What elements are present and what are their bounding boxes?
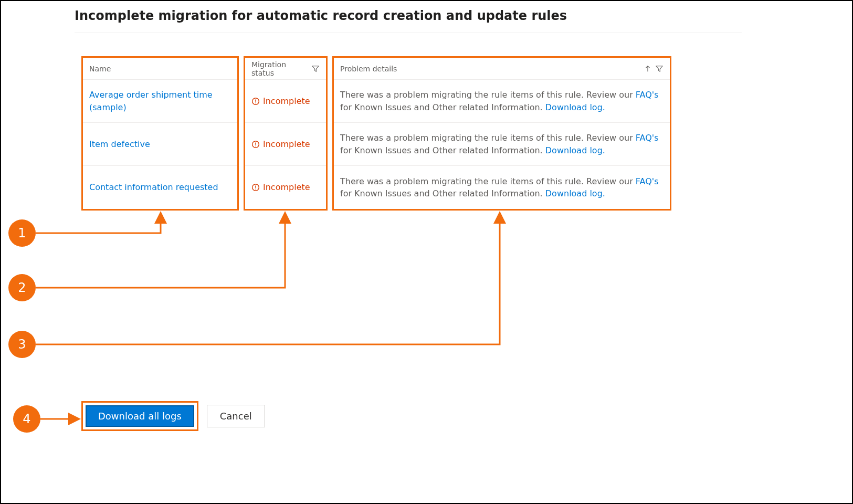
rule-name-link[interactable]: Contact information requested bbox=[89, 181, 218, 193]
download-log-link[interactable]: Download log. bbox=[545, 102, 605, 112]
faq-link[interactable]: FAQ's bbox=[636, 176, 659, 186]
column-status: Migration status Incomplete bbox=[244, 56, 328, 211]
svg-point-8 bbox=[255, 188, 256, 190]
rule-name-link[interactable]: Average order shipment time (sample) bbox=[89, 89, 231, 113]
download-all-logs-button[interactable]: Download all logs bbox=[86, 405, 194, 427]
table-row: Average order shipment time (sample) bbox=[83, 80, 237, 123]
status-text: Incomplete bbox=[263, 95, 310, 107]
problem-details-text: There was a problem migrating the rule i… bbox=[340, 89, 664, 113]
error-icon bbox=[251, 183, 260, 192]
column-header-name-label: Name bbox=[89, 65, 111, 73]
column-header-status[interactable]: Migration status bbox=[245, 58, 326, 80]
table-row: There was a problem migrating the rule i… bbox=[334, 166, 670, 209]
column-details: Problem details There was a problem migr… bbox=[332, 56, 671, 211]
callout-marker-4: 4 bbox=[13, 405, 40, 433]
column-header-details-label: Problem details bbox=[340, 65, 397, 73]
faq-link[interactable]: FAQ's bbox=[636, 133, 659, 143]
table-row: Contact information requested bbox=[83, 166, 237, 209]
table-row: Incomplete bbox=[245, 123, 326, 166]
status-text: Incomplete bbox=[263, 138, 310, 150]
detail-mid: for Known Issues and Other related Infor… bbox=[340, 145, 545, 155]
download-log-link[interactable]: Download log. bbox=[545, 145, 605, 155]
sort-icon[interactable] bbox=[644, 65, 652, 73]
svg-point-2 bbox=[255, 102, 256, 103]
status-text: Incomplete bbox=[263, 181, 310, 193]
filter-icon[interactable] bbox=[312, 65, 320, 73]
rule-name-link[interactable]: Item defective bbox=[89, 138, 150, 150]
callout-box-download: Download all logs bbox=[81, 401, 198, 431]
status-badge: Incomplete bbox=[251, 138, 310, 150]
download-log-link[interactable]: Download log. bbox=[545, 188, 605, 198]
problem-details-text: There was a problem migrating the rule i… bbox=[340, 132, 664, 156]
status-badge: Incomplete bbox=[251, 181, 310, 193]
filter-icon[interactable] bbox=[655, 65, 664, 73]
page-title: Incomplete migration for automatic recor… bbox=[75, 8, 742, 23]
dialog-footer: Download all logs Cancel bbox=[81, 401, 265, 431]
error-icon bbox=[251, 140, 260, 149]
column-name: Name Average order shipment time (sample… bbox=[81, 56, 239, 211]
callout-marker-3: 3 bbox=[8, 331, 36, 358]
detail-mid: for Known Issues and Other related Infor… bbox=[340, 188, 545, 198]
problem-details-text: There was a problem migrating the rule i… bbox=[340, 175, 664, 200]
detail-prefix: There was a problem migrating the rule i… bbox=[340, 133, 636, 143]
callout-marker-1: 1 bbox=[8, 219, 36, 247]
column-header-details[interactable]: Problem details bbox=[334, 58, 670, 80]
detail-prefix: There was a problem migrating the rule i… bbox=[340, 176, 636, 186]
column-header-status-label: Migration status bbox=[251, 60, 309, 77]
table-row: There was a problem migrating the rule i… bbox=[334, 123, 670, 166]
table-row: Item defective bbox=[83, 123, 237, 166]
svg-point-5 bbox=[255, 145, 256, 146]
page-header: Incomplete migration for automatic recor… bbox=[75, 8, 742, 33]
migration-table: Name Average order shipment time (sample… bbox=[81, 56, 671, 211]
callout-marker-2: 2 bbox=[8, 274, 36, 301]
detail-mid: for Known Issues and Other related Infor… bbox=[340, 102, 545, 112]
status-badge: Incomplete bbox=[251, 95, 310, 107]
detail-prefix: There was a problem migrating the rule i… bbox=[340, 90, 636, 100]
faq-link[interactable]: FAQ's bbox=[636, 90, 659, 100]
table-row: Incomplete bbox=[245, 80, 326, 123]
table-row: Incomplete bbox=[245, 166, 326, 209]
table-row: There was a problem migrating the rule i… bbox=[334, 80, 670, 123]
error-icon bbox=[251, 97, 260, 106]
column-header-name[interactable]: Name bbox=[83, 58, 237, 80]
cancel-button[interactable]: Cancel bbox=[207, 405, 265, 427]
